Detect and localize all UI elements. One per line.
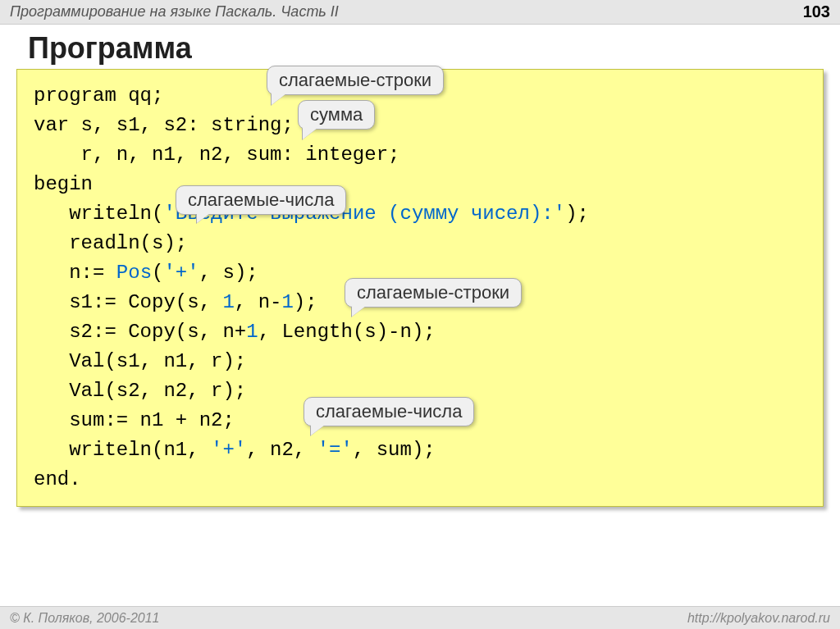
code-line: readln(s); xyxy=(34,232,187,254)
code-line: program qq; xyxy=(34,84,163,107)
code-text: , s); xyxy=(199,262,258,284)
code-text: s2:= Copy(s, n+ xyxy=(34,321,246,343)
callout-sum: сумма xyxy=(298,100,375,130)
code-line: Val(s2, n2, r); xyxy=(34,380,246,402)
code-line: r, n, n1, n2, sum: integer; xyxy=(34,144,399,166)
code-func: Pos xyxy=(116,262,152,284)
code-text: , Length(s)-n); xyxy=(258,321,436,343)
slide-title: Программа xyxy=(16,31,824,66)
code-num: 1 xyxy=(281,291,293,313)
code-num: 1 xyxy=(246,321,258,343)
code-text: n:= xyxy=(34,262,116,284)
code-text: , n- xyxy=(235,291,282,313)
code-line: begin xyxy=(34,173,93,195)
header-bar: Программирование на языке Паскаль. Часть… xyxy=(0,0,840,25)
footer-bar: © К. Поляков, 2006-2011 http://kpolyakov… xyxy=(0,606,840,629)
code-num: 1 xyxy=(222,291,234,313)
header-title: Программирование на языке Паскаль. Часть… xyxy=(10,3,339,21)
callout-addends-numbers-1: слагаемые-числа xyxy=(176,185,346,215)
code-text: ); xyxy=(565,203,589,225)
code-text: writeln(n1, xyxy=(34,439,211,461)
callout-addends-strings-2: слагаемые-строки xyxy=(345,278,522,308)
code-line: Val(s1, n1, r); xyxy=(34,350,246,372)
code-text: , n2, xyxy=(246,439,317,461)
code-string: '=' xyxy=(317,439,353,461)
code-line: sum:= n1 + n2; xyxy=(34,409,235,431)
page-number: 103 xyxy=(803,2,830,21)
code-text: , sum); xyxy=(353,439,436,461)
code-line: var s, s1, s2: string; xyxy=(34,114,294,136)
code-text: writeln( xyxy=(34,203,163,225)
code-line: end. xyxy=(34,468,81,490)
code-wrapper: program qq; var s, s1, s2: string; r, n,… xyxy=(16,69,824,507)
code-text: ( xyxy=(152,262,163,284)
code-text: ); xyxy=(294,291,317,313)
footer-copyright: © К. Поляков, 2006-2011 xyxy=(10,611,159,626)
callout-addends-numbers-2: слагаемые-числа xyxy=(304,397,474,426)
slide-content: Программа program qq; var s, s1, s2: str… xyxy=(0,25,840,507)
code-string: '+' xyxy=(163,262,199,284)
code-string: '+' xyxy=(211,439,246,461)
callout-addends-strings-1: слагаемые-строки xyxy=(267,66,444,95)
footer-url: http://kpolyakov.narod.ru xyxy=(687,611,830,626)
code-text: s1:= Copy(s, xyxy=(34,291,222,313)
